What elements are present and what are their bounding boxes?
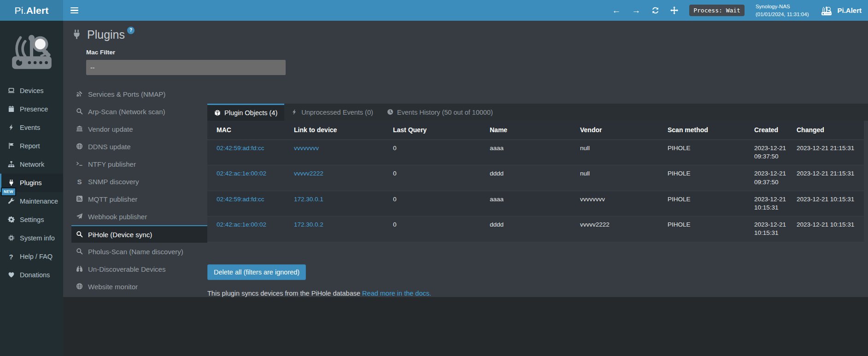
column-header-link-to-device: Link to device bbox=[289, 121, 388, 140]
page-header: Plugins ? bbox=[63, 21, 868, 43]
sidebar-menu: DevicesPresenceEventsReportNetworkPlugin… bbox=[0, 82, 63, 284]
plugin-nav-label: Services & Ports (NMAP) bbox=[88, 90, 165, 98]
column-header-last-query: Last Query bbox=[388, 121, 485, 140]
sidebar-item-label: Presence bbox=[20, 105, 48, 113]
plugin-nav-item-services-ports-nmap[interactable]: Services & Ports (NMAP) bbox=[71, 85, 207, 103]
plugin-nav-item-pihole-device-sync[interactable]: PiHole (Device sync) bbox=[71, 225, 207, 243]
tab-unprocessed-events-0[interactable]: Unprocessed Events (0) bbox=[284, 104, 380, 121]
sidebar-item-label: Donations bbox=[20, 271, 50, 279]
heart-icon bbox=[7, 271, 15, 279]
read-docs-link[interactable]: Read more in the docs. bbox=[362, 290, 431, 297]
sitemap-icon bbox=[7, 161, 15, 169]
binoculars-icon bbox=[75, 265, 84, 273]
sidebar-item-settings[interactable]: Settings bbox=[0, 210, 63, 229]
bolt-icon bbox=[291, 109, 298, 116]
cell-name: dddd bbox=[485, 216, 575, 233]
forward-arrow-icon[interactable]: → bbox=[632, 6, 640, 15]
sidebar-item-donations[interactable]: Donations bbox=[0, 266, 63, 284]
cube-icon bbox=[214, 109, 221, 117]
sidebar-item-events[interactable]: Events bbox=[0, 118, 63, 137]
back-arrow-icon[interactable]: ← bbox=[612, 6, 621, 15]
pialert-logo-graphic bbox=[0, 21, 63, 78]
plugin-nav-item-webhook-publisher[interactable]: Webhook publisher bbox=[71, 208, 207, 225]
search-icon bbox=[75, 231, 84, 239]
top-bar: Pi.Alert ← → Process: Wait Synology-NAS … bbox=[0, 0, 868, 21]
sidebar-item-maintenance[interactable]: NEWMaintenance bbox=[0, 192, 63, 210]
cell-last-query: 0 bbox=[388, 191, 485, 208]
sidebar-item-help-faq[interactable]: ?Help / FAQ bbox=[0, 247, 63, 266]
cell-vendor: vvvvvvvv bbox=[575, 191, 663, 208]
cell-mac: 02:42:59:ad:fd:cc bbox=[207, 191, 289, 208]
sidebar-item-system-info[interactable]: System info bbox=[0, 229, 63, 247]
plugin-nav-item-snmp-discovery[interactable]: SSNMP discovery bbox=[71, 173, 207, 190]
plugin-nav-item-ntfy-publisher[interactable]: NTFY publisher bbox=[71, 155, 207, 173]
plugin-nav-item-vendor-update[interactable]: Vendor update bbox=[71, 120, 207, 138]
plugin-nav-item-arp-scan-network-scan[interactable]: Arp-Scan (Network scan) bbox=[71, 103, 207, 120]
cell-scan-method: PIHOLE bbox=[663, 191, 750, 208]
cell-last-query: 0 bbox=[388, 216, 485, 233]
cell-mac: 02:42:ac:1e:00:02 bbox=[207, 165, 289, 182]
tab-plugin-objects-4[interactable]: Plugin Objects (4) bbox=[207, 104, 284, 121]
cell-changed: 2023-12-21 10:15:31 bbox=[792, 216, 864, 233]
plugin-objects-table: MACLink to deviceLast QueryNameVendorSca… bbox=[207, 121, 864, 242]
cell-scan-method: PIHOLE bbox=[663, 140, 750, 157]
table-row: 02:42:59:ad:fd:ccvvvvvvvv0aaaanullPIHOLE… bbox=[207, 140, 864, 165]
cell-last-query: 0 bbox=[388, 140, 485, 157]
device-link[interactable]: vvvvv2222 bbox=[294, 170, 323, 177]
sidebar-item-label: Events bbox=[20, 124, 40, 131]
column-header-mac: MAC bbox=[207, 121, 289, 140]
cell-link: vvvvvvvv bbox=[289, 140, 388, 157]
help-badge[interactable]: ? bbox=[127, 27, 135, 34]
plugin-nav-item-mqtt-publisher[interactable]: MQTT publisher bbox=[71, 190, 207, 208]
cell-mac: 02:42:59:ad:fd:cc bbox=[207, 140, 289, 157]
delete-all-button[interactable]: Delete all (filters are ignored) bbox=[207, 264, 306, 280]
mac-filter-input[interactable] bbox=[86, 60, 286, 75]
cell-changed: 2023-12-21 21:15:31 bbox=[792, 165, 864, 182]
mac-link[interactable]: 02:42:59:ad:fd:cc bbox=[217, 145, 264, 152]
router-logo-icon bbox=[820, 5, 833, 17]
table-body: 02:42:59:ad:fd:ccvvvvvvvv0aaaanullPIHOLE… bbox=[207, 140, 864, 242]
mac-link[interactable]: 02:42:ac:1e:00:02 bbox=[217, 221, 266, 228]
sidebar-item-label: Plugins bbox=[20, 179, 42, 187]
plugin-nav-label: Vendor update bbox=[88, 125, 133, 133]
mac-filter-block: Mac Filter bbox=[63, 43, 868, 75]
plugin-nav-item-pholus-scan-name-discovery[interactable]: Pholus-Scan (Name discovery) bbox=[71, 243, 207, 260]
plugin-nav-label: SNMP discovery bbox=[88, 178, 139, 186]
search-icon bbox=[75, 108, 84, 116]
plugin-nav-item-un-discoverable-devices[interactable]: Un-Discoverable Devices bbox=[71, 260, 207, 278]
brand-logo[interactable]: Pi.Alert bbox=[0, 0, 63, 21]
device-link[interactable]: vvvvvvvv bbox=[294, 145, 319, 152]
refresh-icon[interactable] bbox=[651, 6, 659, 14]
tab-label: Unprocessed Events (0) bbox=[301, 109, 373, 116]
cell-name: aaaa bbox=[485, 140, 575, 157]
sidebar-item-report[interactable]: Report bbox=[0, 137, 63, 155]
sidebar-item-devices[interactable]: Devices bbox=[0, 82, 63, 100]
device-link[interactable]: 172.30.0.2 bbox=[294, 221, 323, 228]
sidebar-item-label: Devices bbox=[20, 87, 44, 94]
globe-icon bbox=[75, 283, 84, 291]
column-header-changed: Changed bbox=[792, 121, 864, 140]
sidebar-toggle-icon[interactable] bbox=[69, 0, 86, 21]
table-row: 02:42:ac:1e:00:02172.30.0.20ddddvvvvv222… bbox=[207, 216, 864, 242]
mac-link[interactable]: 02:42:59:ad:fd:cc bbox=[217, 196, 264, 203]
page-title: Plugins bbox=[87, 28, 125, 41]
sidebar-item-label: Settings bbox=[20, 216, 44, 223]
cell-name: aaaa bbox=[485, 191, 575, 208]
main-content: Plugins ? Mac Filter Services & Ports (N… bbox=[63, 21, 868, 356]
cell-mac: 02:42:ac:1e:00:02 bbox=[207, 216, 289, 233]
plugin-nav-label: Pholus-Scan (Name discovery) bbox=[88, 248, 183, 256]
plugin-nav-item-ddns-update[interactable]: DDNS update bbox=[71, 138, 207, 155]
sidebar-item-network[interactable]: Network bbox=[0, 155, 63, 174]
plugin-tab-panel: Plugin Objects (4)Unprocessed Events (0)… bbox=[207, 104, 868, 297]
mac-link[interactable]: 02:42:ac:1e:00:02 bbox=[217, 170, 266, 177]
plugin-nav-item-website-monitor[interactable]: Website monitor bbox=[71, 278, 207, 295]
device-link[interactable]: 172.30.0.1 bbox=[294, 196, 323, 203]
search-icon bbox=[75, 248, 84, 256]
cell-vendor: null bbox=[575, 140, 663, 157]
plugin-nav-label: Arp-Scan (Network scan) bbox=[88, 108, 165, 116]
move-arrows-icon[interactable] bbox=[670, 6, 678, 14]
sidebar-item-presence[interactable]: Presence bbox=[0, 100, 63, 118]
content-box: Plugins ? Mac Filter Services & Ports (N… bbox=[63, 21, 868, 297]
tab-events-history-50-out-of-10000[interactable]: Events History (50 out of 10000) bbox=[380, 104, 500, 121]
mac-filter-label: Mac Filter bbox=[86, 49, 868, 56]
